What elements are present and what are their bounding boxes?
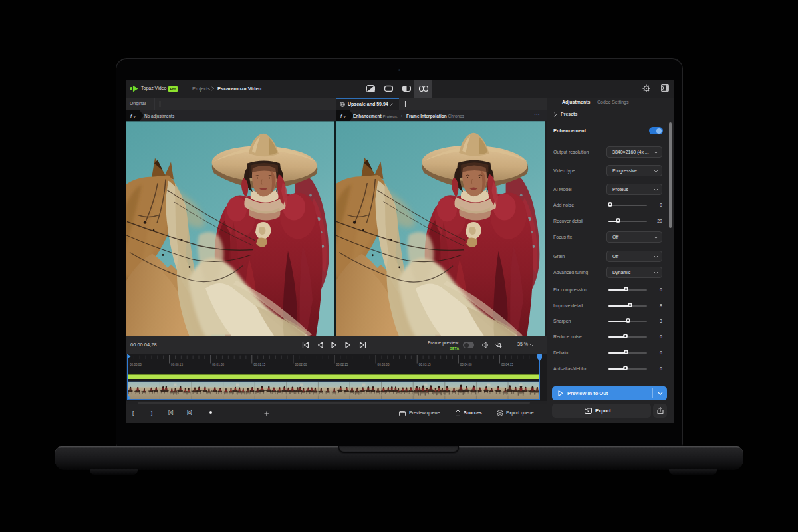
svg-text:00:00:00: 00:00:00 bbox=[130, 363, 142, 366]
svg-text:00:03:00: 00:03:00 bbox=[378, 363, 390, 366]
svg-text:00:04:15: 00:04:15 bbox=[501, 363, 513, 366]
svg-text:00:01:15: 00:01:15 bbox=[253, 363, 265, 366]
svg-text:00:04:00: 00:04:00 bbox=[460, 363, 472, 366]
svg-text:00:00:15: 00:00:15 bbox=[171, 363, 183, 366]
svg-text:00:03:15: 00:03:15 bbox=[419, 363, 431, 366]
svg-text:00:02:00: 00:02:00 bbox=[295, 363, 307, 366]
svg-text:00:02:15: 00:02:15 bbox=[336, 363, 348, 366]
svg-text:00:01:00: 00:01:00 bbox=[212, 363, 224, 366]
